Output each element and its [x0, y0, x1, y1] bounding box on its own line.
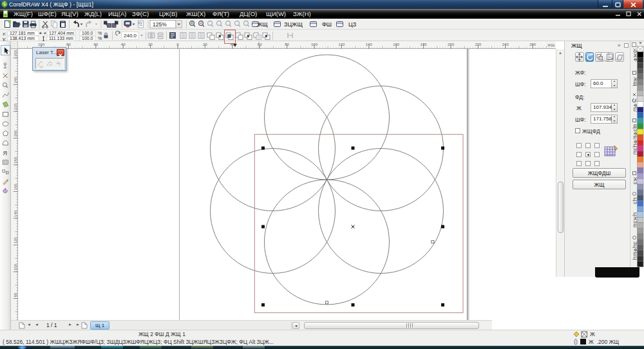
svg-text:y:: y:: [3, 36, 6, 41]
svg-text:Я: Я: [3, 150, 8, 156]
svg-text:240: 240: [502, 42, 509, 46]
svg-text:240.0: 240.0: [124, 33, 137, 39]
svg-text:127.404 mm: 127.404 mm: [49, 31, 74, 35]
svg-text:100.0: 100.0: [82, 31, 93, 35]
svg-text:180: 180: [421, 42, 428, 46]
svg-text:240: 240: [14, 77, 17, 84]
svg-text:60: 60: [258, 42, 262, 46]
svg-text:100: 100: [311, 42, 318, 46]
svg-text:220: 220: [14, 103, 17, 110]
svg-text:127.181 mm: 127.181 mm: [10, 31, 35, 35]
svg-text:125%: 125%: [153, 21, 167, 28]
svg-text:100: 100: [38, 42, 45, 46]
svg-text:140: 140: [366, 42, 373, 46]
svg-text:180: 180: [14, 156, 17, 164]
svg-text:260: 260: [14, 50, 17, 57]
svg-text:80: 80: [14, 292, 17, 297]
svg-text:111.133 mm: 111.133 mm: [49, 36, 73, 41]
svg-text:200: 200: [14, 130, 17, 137]
svg-text:80: 80: [285, 42, 289, 46]
svg-text:0: 0: [176, 42, 179, 46]
svg-text:260: 260: [529, 42, 536, 46]
svg-text:100: 100: [14, 263, 17, 270]
svg-text:200: 200: [448, 42, 455, 46]
svg-text:%: %: [98, 36, 102, 41]
svg-text:60: 60: [93, 42, 98, 46]
svg-text:100.0: 100.0: [82, 36, 93, 41]
svg-text:140: 140: [14, 210, 17, 217]
svg-text:138.413 mm: 138.413 mm: [10, 36, 35, 41]
svg-text:120: 120: [14, 237, 17, 244]
svg-text:120: 120: [338, 42, 345, 46]
svg-text:%: %: [98, 31, 102, 35]
svg-text:160: 160: [393, 42, 400, 46]
svg-text:80: 80: [66, 42, 71, 46]
svg-text:ЖЩ: ЖЩ: [547, 43, 555, 47]
svg-text:20: 20: [148, 42, 153, 46]
svg-text:160: 160: [14, 184, 17, 191]
svg-text:40: 40: [121, 42, 126, 46]
svg-text:220: 220: [475, 42, 482, 46]
svg-text:20: 20: [203, 42, 207, 46]
